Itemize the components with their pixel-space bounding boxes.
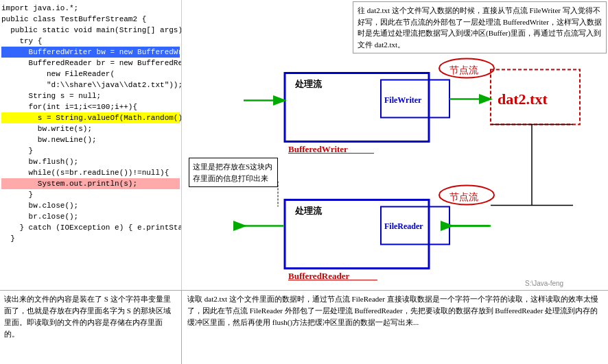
code-line-17: System.out.println(s);	[1, 178, 180, 189]
code-line-6: BufferedReader br = new BufferedReader(	[1, 58, 180, 69]
svg-text:节点流: 节点流	[449, 65, 478, 75]
code-line-2: public class TestBufferStream2 {	[1, 14, 180, 25]
annotation-top-text: 往 dat2.txt 这个文件写入数据的时候，直接从节点流 FileWriter…	[358, 6, 602, 49]
code-line-22: }	[1, 233, 180, 244]
svg-text:S:\Java-feng: S:\Java-feng	[525, 280, 563, 287]
code-line-9: String s = null;	[1, 90, 180, 101]
code-panel: import java.io.*; public class TestBuffe…	[0, 0, 182, 290]
annotation-box-mid: 这里是把存放在S这块内存里面的信息打印出来	[189, 158, 278, 187]
code-line-16: while((s=br.readLine())!=null){	[1, 167, 180, 178]
svg-text:dat2.txt: dat2.txt	[498, 90, 548, 108]
code-line-21: } catch (IOException e) { e.printStackTr…	[1, 222, 180, 233]
code-line-15: bw.flush();	[1, 156, 180, 167]
svg-text:处理流: 处理流	[294, 206, 323, 216]
code-line-8: "d:\\share\\java\\dat2.txt"));	[1, 80, 180, 90]
bottom-left-content: 读出来的文件的内容是装在了 S 这个字符串变量里面了，也就是存放在内存里面名字为…	[4, 295, 171, 338]
svg-text:FileReader: FileReader	[384, 221, 423, 231]
code-line-19: bw.close();	[1, 200, 180, 211]
annotation-mid-text: 这里是把存放在S这块内存里面的信息打印出来	[193, 162, 272, 182]
code-line-20: br.close();	[1, 211, 180, 222]
svg-text:BufferedReader: BufferedReader	[288, 271, 350, 281]
bottom-left-text: 读出来的文件的内容是装在了 S 这个字符串变量里面了，也就是存放在内存里面名字为…	[0, 291, 182, 364]
bottom-area: 读出来的文件的内容是装在了 S 这个字符串变量里面了，也就是存放在内存里面名字为…	[0, 290, 608, 364]
code-line-11: s = String.valueOf(Math.random());	[1, 112, 180, 123]
code-line-5: BufferedWriter bw = new BufferedWriter(n…	[1, 47, 180, 58]
code-line-7: new FileReader(	[1, 69, 180, 80]
diagram-panel: 往 dat2.txt 这个文件写入数据的时候，直接从节点流 FileWriter…	[182, 0, 608, 290]
main-area: import java.io.*; public class TestBuffe…	[0, 0, 608, 290]
svg-text:FileWriter: FileWriter	[384, 95, 422, 105]
annotation-box-top: 往 dat2.txt 这个文件写入数据的时候，直接从节点流 FileWriter…	[353, 1, 607, 53]
bottom-right-text: 读取 dat2.txt 这个文件里面的数据时，通过节点流 FileReader …	[182, 291, 608, 364]
code-line-4: try {	[1, 36, 180, 47]
code-line-14: }	[1, 145, 180, 156]
code-line-3: public static void main(String[] args)	[1, 25, 180, 36]
code-line-13: bw.newLine();	[1, 134, 180, 145]
code-line-18: }	[1, 189, 180, 200]
svg-text:处理流: 处理流	[294, 79, 323, 89]
svg-text:节点流: 节点流	[449, 192, 478, 202]
code-line-1: import java.io.*;	[1, 3, 180, 14]
code-line-10: for(int i=1;i<=100;i++){	[1, 101, 180, 112]
svg-text:BufferedWriter: BufferedWriter	[288, 144, 348, 154]
code-line-12: bw.write(s);	[1, 123, 180, 134]
bottom-right-content: 读取 dat2.txt 这个文件里面的数据时，通过节点流 FileReader …	[187, 295, 598, 326]
